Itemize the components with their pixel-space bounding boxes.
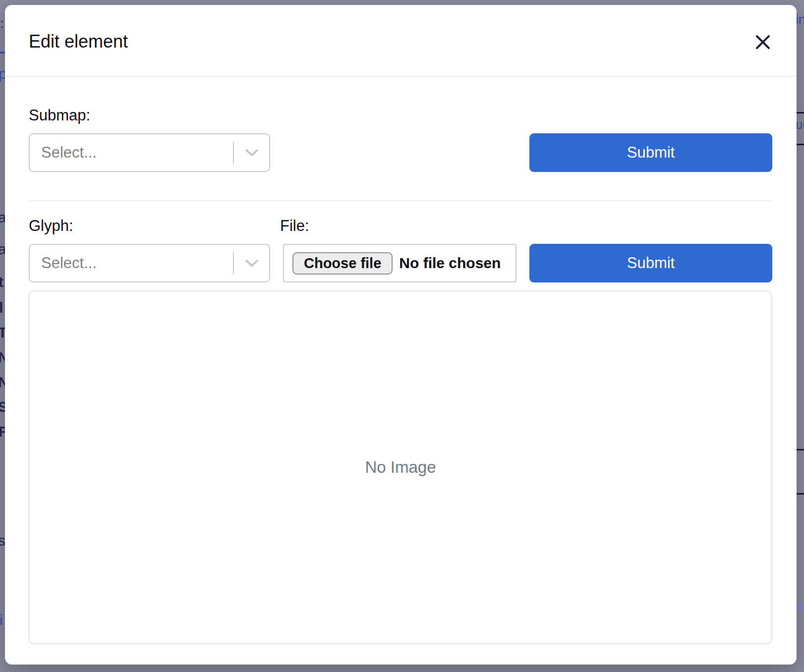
glyph-file-labels: Glyph: File: bbox=[29, 217, 772, 235]
submap-submit-button[interactable]: Submit bbox=[529, 133, 772, 172]
glyph-submit-button[interactable]: Submit bbox=[529, 244, 772, 282]
background-page-right-sliver: in ue bbox=[797, 0, 804, 672]
section-divider bbox=[29, 200, 772, 201]
edit-element-dialog: Edit element Submap: Select... bbox=[5, 5, 797, 665]
background-text-fragment: S bbox=[0, 399, 5, 414]
background-text-fragment: i bbox=[0, 613, 3, 627]
chevron-down-icon bbox=[244, 259, 259, 268]
close-button[interactable] bbox=[752, 32, 773, 53]
dialog-header: Edit element bbox=[5, 5, 797, 77]
background-page-left-sliver: : p a a t l T N N S F s i bbox=[0, 0, 5, 672]
no-image-text: No Image bbox=[365, 458, 436, 477]
background-text-fragment: : bbox=[0, 17, 3, 30]
background-text-fragment: a bbox=[0, 242, 5, 257]
glyph-label: Glyph: bbox=[29, 217, 270, 235]
dialog-title: Edit element bbox=[29, 32, 772, 51]
background-text-fragment: N bbox=[0, 350, 5, 365]
background-text-fragment: a bbox=[0, 210, 5, 225]
background-link-underline bbox=[0, 52, 5, 54]
background-text-fragment: N bbox=[0, 375, 5, 390]
background-text-fragment: in bbox=[797, 13, 804, 26]
glyph-file-row: Select... Choose file No file chosen Sub… bbox=[29, 244, 772, 282]
background-text-fragment: t bbox=[0, 275, 3, 289]
submap-label: Submap: bbox=[29, 107, 270, 124]
background-text-fragment: p bbox=[0, 66, 5, 81]
background-table-border bbox=[797, 144, 804, 145]
background-highlight-band bbox=[797, 604, 804, 611]
close-icon bbox=[754, 33, 772, 51]
submap-field: Submap: Select... bbox=[29, 107, 270, 172]
image-preview: No Image bbox=[29, 290, 772, 644]
background-text-fragment: l bbox=[0, 300, 3, 315]
background-table-border bbox=[797, 112, 804, 113]
submap-row: Submap: Select... Submit bbox=[29, 107, 772, 172]
background-text-fragment: T bbox=[0, 325, 5, 340]
submap-select-dropdown[interactable] bbox=[234, 134, 269, 171]
background-text-fragment: s bbox=[0, 533, 5, 548]
submap-select[interactable]: Select... bbox=[29, 133, 270, 172]
choose-file-button[interactable]: Choose file bbox=[292, 252, 393, 275]
file-status-text: No file chosen bbox=[399, 255, 501, 272]
glyph-select-dropdown[interactable] bbox=[234, 245, 269, 281]
glyph-select[interactable]: Select... bbox=[29, 244, 270, 282]
file-input[interactable]: Choose file No file chosen bbox=[283, 244, 517, 282]
dialog-body: Submap: Select... Submit Glyph: File: bbox=[5, 107, 797, 644]
background-text-fragment: ue bbox=[797, 118, 804, 131]
glyph-select-placeholder: Select... bbox=[30, 245, 233, 281]
background-text-fragment: F bbox=[0, 424, 5, 439]
submap-select-placeholder: Select... bbox=[30, 134, 233, 171]
background-table-border bbox=[797, 493, 804, 495]
background-table-border bbox=[797, 449, 804, 450]
chevron-down-icon bbox=[244, 148, 259, 157]
file-label: File: bbox=[280, 217, 309, 235]
